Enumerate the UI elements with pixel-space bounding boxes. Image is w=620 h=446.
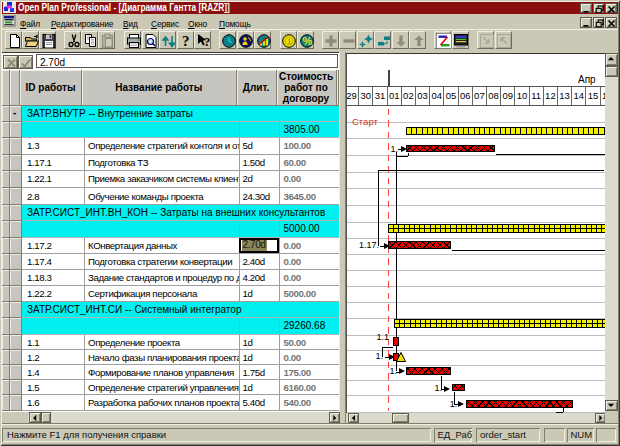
svg-text:%: % (302, 34, 312, 46)
svg-text:1: 1 (287, 37, 292, 46)
svg-text:?: ? (204, 34, 210, 48)
svg-text:?: ? (182, 33, 190, 49)
